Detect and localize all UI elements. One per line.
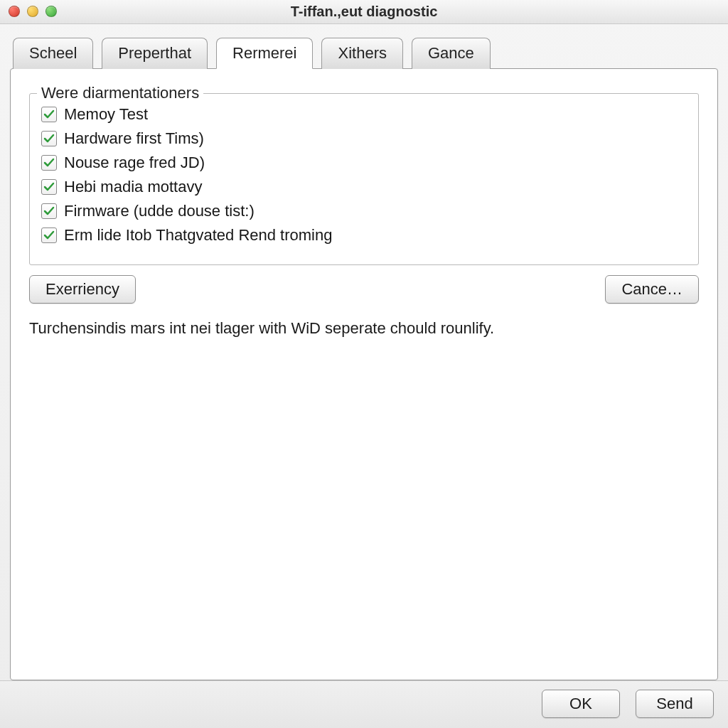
ok-button[interactable]: OK <box>542 690 620 718</box>
checkmark-icon <box>43 109 55 120</box>
check-row: Firmware (udde douse tist:) <box>41 199 687 223</box>
check-label: Erm lide Itob Thatgvated Rend troming <box>64 226 332 245</box>
check-label: Hebi madia mottavy <box>64 178 202 196</box>
cancel-button[interactable]: Cance… <box>605 275 699 304</box>
check-label: Nouse rage fred JD) <box>64 154 205 172</box>
minimize-icon[interactable] <box>27 6 38 17</box>
diagnostics-group: Were diarmentationers Memoy Test Hardwar… <box>29 93 699 265</box>
checkmark-icon <box>43 181 55 193</box>
checkbox-hebi[interactable] <box>41 179 57 195</box>
tab-xithers[interactable]: Xithers <box>321 38 402 69</box>
tab-bar: Scheel Preperthat Rermerei Xithers Gance <box>10 37 718 68</box>
traffic-lights <box>9 6 57 17</box>
send-button[interactable]: Send <box>636 690 714 718</box>
checkmark-icon <box>43 133 55 144</box>
window: T-iffan.,eut diagnostic Scheel Prepertha… <box>0 0 728 728</box>
checkmark-icon <box>43 157 55 168</box>
checkbox-erm[interactable] <box>41 228 57 243</box>
tab-gance[interactable]: Gance <box>412 38 491 69</box>
checkbox-hardware[interactable] <box>41 131 57 146</box>
button-row: Exerriency Cance… <box>29 275 699 304</box>
close-icon[interactable] <box>9 6 20 17</box>
titlebar: T-iffan.,eut diagnostic <box>0 0 728 24</box>
footer: OK Send <box>0 680 728 728</box>
group-title: Were diarmentationers <box>37 84 203 102</box>
check-label: Firmware (udde douse tist:) <box>64 202 255 220</box>
tab-preperthat[interactable]: Preperthat <box>102 38 208 69</box>
check-label: Memoy Test <box>64 105 148 124</box>
zoom-icon[interactable] <box>46 6 57 17</box>
checkbox-nouse[interactable] <box>41 155 57 171</box>
checkbox-firmware[interactable] <box>41 203 57 219</box>
exerriency-button[interactable]: Exerriency <box>29 275 136 304</box>
tab-rermerei[interactable]: Rermerei <box>216 38 313 69</box>
info-text: Turchensindis mars int nei tlager with W… <box>29 319 699 338</box>
check-row: Hebi madia mottavy <box>41 175 687 199</box>
checkmark-icon <box>43 205 55 217</box>
check-row: Nouse rage fred JD) <box>41 151 687 175</box>
checkbox-memory-test[interactable] <box>41 107 57 122</box>
content-area: Scheel Preperthat Rermerei Xithers Gance… <box>0 24 728 680</box>
check-row: Memoy Test <box>41 102 687 127</box>
tab-scheel[interactable]: Scheel <box>13 38 93 69</box>
check-label: Hardware first Tims) <box>64 129 204 148</box>
check-row: Erm lide Itob Thatgvated Rend troming <box>41 223 687 247</box>
check-row: Hardware first Tims) <box>41 127 687 151</box>
window-title: T-iffan.,eut diagnostic <box>0 4 728 20</box>
tab-panel: Were diarmentationers Memoy Test Hardwar… <box>10 68 718 680</box>
checkmark-icon <box>43 230 55 241</box>
